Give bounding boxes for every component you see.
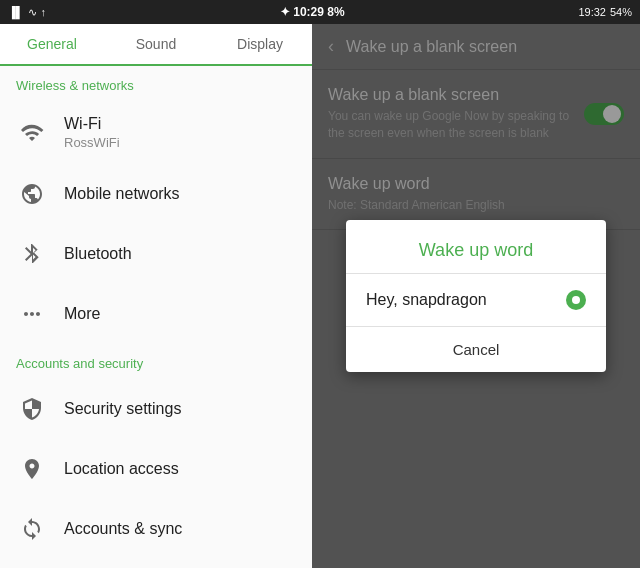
- menu-item-more[interactable]: More: [0, 284, 312, 344]
- wifi-subtitle: RossWiFi: [64, 135, 296, 150]
- section-header-accounts: Accounts and security: [0, 344, 312, 375]
- bluetooth-status-icon: ✦: [280, 5, 290, 19]
- dialog-overlay: Wake up word Hey, snapdragon Cancel: [312, 24, 640, 568]
- mobile-menu-text: Mobile networks: [64, 185, 296, 203]
- accounts-title: Accounts & sync: [64, 520, 296, 538]
- location-menu-text: Location access: [64, 460, 296, 478]
- status-bar-center: ✦ 10:29 8%: [280, 5, 345, 19]
- dialog-title: Wake up word: [346, 220, 606, 273]
- status-bar-left: ▐▌ ∿ ↑: [8, 6, 46, 19]
- security-title: Security settings: [64, 400, 296, 418]
- section-header-wireless: Wireless & networks: [0, 66, 312, 97]
- mobile-title: Mobile networks: [64, 185, 296, 203]
- menu-item-bluetooth[interactable]: Bluetooth: [0, 224, 312, 284]
- tab-bar: General Sound Display: [0, 24, 312, 66]
- bluetooth-title: Bluetooth: [64, 245, 296, 263]
- more-icon: [16, 298, 48, 330]
- wake-up-word-dialog: Wake up word Hey, snapdragon Cancel: [346, 220, 606, 372]
- menu-item-backup[interactable]: Backup & reset: [0, 559, 312, 568]
- menu-item-mobile[interactable]: Mobile networks: [0, 164, 312, 224]
- status-time: 10:29: [293, 5, 324, 19]
- radio-dot-inner: [572, 296, 580, 304]
- tab-sound[interactable]: Sound: [104, 24, 208, 64]
- bluetooth-icon: [16, 238, 48, 270]
- radio-selected-icon: [566, 290, 586, 310]
- more-title: More: [64, 305, 296, 323]
- menu-item-location[interactable]: Location access: [0, 439, 312, 499]
- bluetooth-menu-text: Bluetooth: [64, 245, 296, 263]
- menu-item-security[interactable]: Security settings: [0, 379, 312, 439]
- shield-icon: [16, 393, 48, 425]
- status-bar: ▐▌ ∿ ↑ ✦ 10:29 8% 19:32 54%: [0, 0, 640, 24]
- wifi-icon: [16, 117, 48, 149]
- dialog-cancel-button[interactable]: Cancel: [346, 327, 606, 372]
- wifi-title: Wi-Fi: [64, 115, 296, 133]
- dialog-actions: Cancel: [346, 326, 606, 372]
- more-menu-text: More: [64, 305, 296, 323]
- menu-item-accounts[interactable]: Accounts & sync: [0, 499, 312, 559]
- right-battery: 54%: [610, 6, 632, 18]
- tab-display[interactable]: Display: [208, 24, 312, 64]
- sync-icon: [16, 513, 48, 545]
- right-panel: ‹ Wake up a blank screen Wake up a blank…: [312, 24, 640, 568]
- battery-percent: 8%: [327, 5, 344, 19]
- globe-icon: [16, 178, 48, 210]
- location-icon: [16, 453, 48, 485]
- dialog-option-hey-snapdragon[interactable]: Hey, snapdragon: [346, 274, 606, 326]
- accounts-menu-text: Accounts & sync: [64, 520, 296, 538]
- main-content: General Sound Display Wireless & network…: [0, 24, 640, 568]
- wifi-menu-text: Wi-Fi RossWiFi: [64, 115, 296, 150]
- location-title: Location access: [64, 460, 296, 478]
- arrow-icon: ↑: [41, 6, 47, 18]
- tab-general[interactable]: General: [0, 24, 104, 66]
- security-menu-text: Security settings: [64, 400, 296, 418]
- wifi-icon: ∿: [28, 6, 37, 19]
- left-panel: General Sound Display Wireless & network…: [0, 24, 312, 568]
- signal-icon: ▐▌: [8, 6, 24, 18]
- right-time: 19:32: [578, 6, 606, 18]
- menu-item-wifi[interactable]: Wi-Fi RossWiFi: [0, 101, 312, 164]
- status-bar-right: 19:32 54%: [578, 6, 632, 18]
- dialog-option-label: Hey, snapdragon: [366, 291, 487, 309]
